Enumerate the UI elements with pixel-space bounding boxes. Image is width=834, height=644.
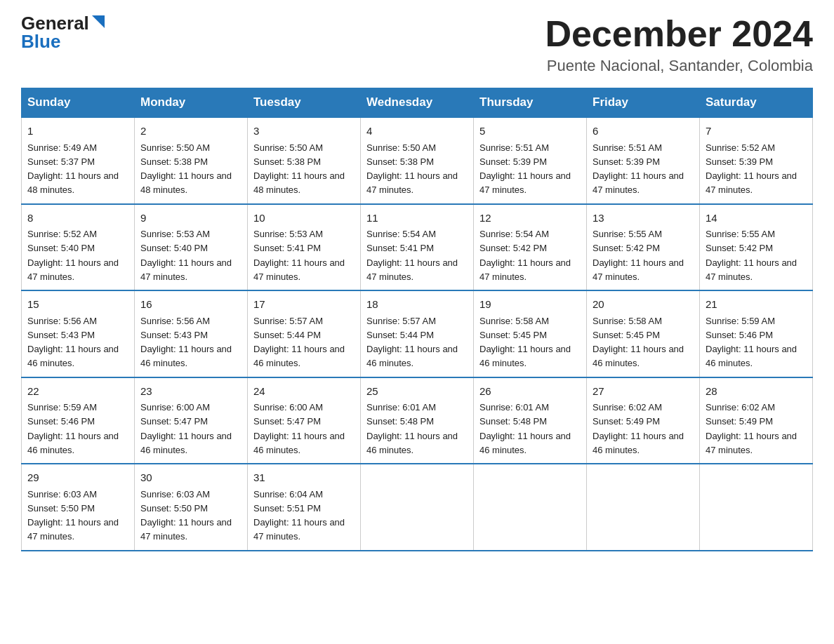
table-row: 24 Sunrise: 6:00 AMSunset: 5:47 PMDaylig… [248,377,361,464]
table-row: 19 Sunrise: 5:58 AMSunset: 5:45 PMDaylig… [474,290,587,377]
table-row: 29 Sunrise: 6:03 AMSunset: 5:50 PMDaylig… [22,464,135,551]
table-row: 3 Sunrise: 5:50 AMSunset: 5:38 PMDayligh… [248,117,361,204]
day-number: 22 [27,384,128,400]
calendar-body: 1 Sunrise: 5:49 AMSunset: 5:37 PMDayligh… [22,117,813,551]
table-row: 14 Sunrise: 5:55 AMSunset: 5:42 PMDaylig… [700,204,813,291]
table-row: 22 Sunrise: 5:59 AMSunset: 5:46 PMDaylig… [22,377,135,464]
table-row: 21 Sunrise: 5:59 AMSunset: 5:46 PMDaylig… [700,290,813,377]
day-info: Sunrise: 5:56 AMSunset: 5:43 PMDaylight:… [140,316,232,369]
day-number: 12 [479,210,581,227]
day-number: 1 [27,123,128,140]
day-info: Sunrise: 5:53 AMSunset: 5:41 PMDaylight:… [253,229,345,282]
table-row: 2 Sunrise: 5:50 AMSunset: 5:38 PMDayligh… [135,117,248,204]
day-info: Sunrise: 6:01 AMSunset: 5:48 PMDaylight:… [479,402,571,455]
day-number: 16 [140,297,241,313]
day-info: Sunrise: 5:58 AMSunset: 5:45 PMDaylight:… [479,316,571,369]
day-info: Sunrise: 6:02 AMSunset: 5:49 PMDaylight:… [706,402,797,455]
day-info: Sunrise: 6:03 AMSunset: 5:50 PMDaylight:… [27,489,119,542]
table-row: 26 Sunrise: 6:01 AMSunset: 5:48 PMDaylig… [474,377,587,464]
calendar-header-row: Sunday Monday Tuesday Wednesday Thursday… [22,88,813,118]
logo: General Blue [21,14,105,51]
table-row: 28 Sunrise: 6:02 AMSunset: 5:49 PMDaylig… [700,377,813,464]
day-number: 26 [479,384,581,400]
day-info: Sunrise: 5:59 AMSunset: 5:46 PMDaylight:… [27,402,119,455]
col-saturday: Saturday [700,88,813,118]
day-number: 2 [140,123,241,140]
day-number: 5 [479,123,581,140]
day-info: Sunrise: 5:49 AMSunset: 5:37 PMDaylight:… [27,142,119,196]
day-number: 9 [140,210,241,227]
day-number: 8 [27,210,128,227]
day-info: Sunrise: 5:51 AMSunset: 5:39 PMDaylight:… [593,142,684,196]
day-info: Sunrise: 5:51 AMSunset: 5:39 PMDaylight:… [479,142,571,196]
day-number: 28 [706,384,807,400]
table-row: 4 Sunrise: 5:50 AMSunset: 5:38 PMDayligh… [361,117,474,204]
day-number: 14 [706,210,807,227]
logo-triangle-icon [92,15,105,28]
logo-blue-text: Blue [21,32,60,51]
day-number: 3 [253,123,355,140]
day-number: 6 [593,123,694,140]
calendar-table: Sunday Monday Tuesday Wednesday Thursday… [21,88,813,551]
table-row: 25 Sunrise: 6:01 AMSunset: 5:48 PMDaylig… [361,377,474,464]
day-number: 25 [366,384,468,400]
location-title: Puente Nacional, Santander, Colombia [545,57,813,75]
page-header: General Blue December 2024 Puente Nacion… [21,14,813,75]
table-row [587,464,700,551]
day-info: Sunrise: 6:00 AMSunset: 5:47 PMDaylight:… [253,402,345,455]
day-number: 30 [140,470,241,486]
day-number: 7 [706,123,807,140]
svg-marker-0 [92,15,105,28]
table-row [474,464,587,551]
day-number: 18 [366,297,468,313]
table-row: 15 Sunrise: 5:56 AMSunset: 5:43 PMDaylig… [22,290,135,377]
day-info: Sunrise: 5:59 AMSunset: 5:46 PMDaylight:… [706,316,797,369]
day-number: 21 [706,297,807,313]
table-row: 23 Sunrise: 6:00 AMSunset: 5:47 PMDaylig… [135,377,248,464]
day-number: 10 [253,210,355,227]
table-row: 16 Sunrise: 5:56 AMSunset: 5:43 PMDaylig… [135,290,248,377]
day-number: 15 [27,297,128,313]
table-row: 1 Sunrise: 5:49 AMSunset: 5:37 PMDayligh… [22,117,135,204]
col-monday: Monday [135,88,248,118]
day-number: 11 [366,210,468,227]
day-info: Sunrise: 6:04 AMSunset: 5:51 PMDaylight:… [253,489,345,542]
col-friday: Friday [587,88,700,118]
table-row: 20 Sunrise: 5:58 AMSunset: 5:45 PMDaylig… [587,290,700,377]
table-row: 18 Sunrise: 5:57 AMSunset: 5:44 PMDaylig… [361,290,474,377]
day-info: Sunrise: 5:54 AMSunset: 5:41 PMDaylight:… [366,229,458,282]
table-row: 6 Sunrise: 5:51 AMSunset: 5:39 PMDayligh… [587,117,700,204]
table-row: 31 Sunrise: 6:04 AMSunset: 5:51 PMDaylig… [248,464,361,551]
day-info: Sunrise: 5:50 AMSunset: 5:38 PMDaylight:… [253,142,345,196]
table-row: 11 Sunrise: 5:54 AMSunset: 5:41 PMDaylig… [361,204,474,291]
day-info: Sunrise: 5:54 AMSunset: 5:42 PMDaylight:… [479,229,571,282]
table-row: 17 Sunrise: 5:57 AMSunset: 5:44 PMDaylig… [248,290,361,377]
day-number: 24 [253,384,355,400]
day-info: Sunrise: 6:02 AMSunset: 5:49 PMDaylight:… [593,402,684,455]
logo-general-text: General [21,14,89,32]
table-row: 9 Sunrise: 5:53 AMSunset: 5:40 PMDayligh… [135,204,248,291]
table-row: 13 Sunrise: 5:55 AMSunset: 5:42 PMDaylig… [587,204,700,291]
day-info: Sunrise: 5:57 AMSunset: 5:44 PMDaylight:… [366,316,458,369]
table-row: 7 Sunrise: 5:52 AMSunset: 5:39 PMDayligh… [700,117,813,204]
day-info: Sunrise: 6:03 AMSunset: 5:50 PMDaylight:… [140,489,232,542]
day-number: 23 [140,384,241,400]
title-block: December 2024 Puente Nacional, Santander… [545,14,813,75]
table-row [361,464,474,551]
day-info: Sunrise: 5:53 AMSunset: 5:40 PMDaylight:… [140,229,232,282]
day-info: Sunrise: 5:55 AMSunset: 5:42 PMDaylight:… [706,229,797,282]
day-info: Sunrise: 6:00 AMSunset: 5:47 PMDaylight:… [140,402,232,455]
day-number: 13 [593,210,694,227]
day-number: 27 [593,384,694,400]
day-number: 29 [27,470,128,486]
day-number: 17 [253,297,355,313]
day-number: 20 [593,297,694,313]
day-info: Sunrise: 5:56 AMSunset: 5:43 PMDaylight:… [27,316,119,369]
col-thursday: Thursday [474,88,587,118]
day-info: Sunrise: 5:55 AMSunset: 5:42 PMDaylight:… [593,229,684,282]
calendar-week-row: 29 Sunrise: 6:03 AMSunset: 5:50 PMDaylig… [22,464,813,551]
table-row: 30 Sunrise: 6:03 AMSunset: 5:50 PMDaylig… [135,464,248,551]
day-info: Sunrise: 5:52 AMSunset: 5:40 PMDaylight:… [27,229,119,282]
col-tuesday: Tuesday [248,88,361,118]
month-title: December 2024 [545,14,813,54]
